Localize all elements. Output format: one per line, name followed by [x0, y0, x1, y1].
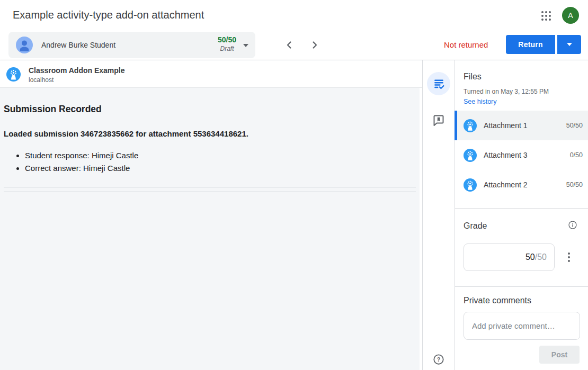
student-avatar-icon: [16, 37, 33, 53]
grading-page: { "header": { "title": "Example activity…: [0, 0, 588, 370]
attachment-row[interactable]: Attachment 1 50/50: [455, 111, 588, 140]
files-title: Files: [464, 72, 482, 82]
addon-logo-icon: [6, 67, 21, 82]
grade-info-button[interactable]: [568, 220, 577, 230]
attachment-list: Attachment 1 50/50 Attachment 3 0/50: [455, 111, 588, 200]
list-item: Correct answer: Himeji Castle: [25, 162, 416, 175]
grade-field[interactable]: /50: [464, 243, 555, 271]
grade-title: Grade: [464, 221, 487, 231]
attachment-score: 50/50: [566, 122, 583, 129]
student-score-block: 50/50 Draft: [218, 35, 236, 53]
submission-heading: Submission Recorded: [4, 104, 416, 115]
return-dropdown-button[interactable]: [557, 35, 581, 54]
attachment-row[interactable]: Attachment 2 50/50: [455, 170, 588, 200]
grade-menu-button[interactable]: [563, 251, 575, 264]
main-area: Classroom Addon Example localhost Submis…: [0, 60, 588, 370]
student-selector[interactable]: Andrew Burke Student 50/50 Draft: [8, 32, 255, 58]
next-student-button[interactable]: [308, 39, 321, 51]
addon-title: Classroom Addon Example: [29, 66, 125, 75]
selected-indicator-bar: [455, 111, 457, 140]
attachment-name: Attachment 3: [484, 151, 570, 159]
topbar: Example activity-type add-on attachment …: [0, 0, 588, 31]
content-divider: [4, 187, 416, 187]
see-history-link[interactable]: See history: [464, 98, 497, 105]
toolbar: Andrew Burke Student 50/50 Draft Not ret…: [0, 31, 588, 60]
addon-host: localhost: [29, 76, 54, 84]
submission-details-list: Student response: Himeji Castle Correct …: [4, 149, 416, 175]
post-button[interactable]: Post: [539, 346, 580, 364]
attachment-name: Attachment 1: [484, 121, 566, 130]
draft-status: Draft: [218, 45, 236, 53]
addon-header: Classroom Addon Example localhost: [0, 60, 422, 88]
private-comment-field[interactable]: [464, 312, 580, 340]
info-icon: [568, 220, 577, 230]
addon-logo-icon: [464, 149, 477, 162]
svg-text:?: ?: [437, 356, 440, 363]
more-vertical-icon: [568, 252, 570, 255]
return-button[interactable]: Return: [506, 35, 555, 54]
chevron-down-icon: [567, 43, 572, 49]
content-divider: [4, 192, 416, 192]
previous-student-button[interactable]: [283, 39, 296, 51]
grading-tool-button[interactable]: [427, 72, 450, 95]
attachment-score: 0/50: [570, 151, 583, 159]
comment-bank-button[interactable]: [432, 114, 445, 127]
list-item: Student response: Himeji Castle: [25, 149, 416, 162]
grade-input[interactable]: [523, 252, 535, 262]
avatar-letter: A: [568, 11, 573, 20]
grading-icon: [433, 78, 444, 89]
grade-denominator: /50: [535, 252, 547, 262]
chevron-down-icon: [243, 44, 248, 50]
addon-logo-icon: [464, 178, 477, 192]
addon-logo-icon: [464, 119, 477, 132]
chevron-right-icon: [308, 39, 321, 51]
help-button[interactable]: ?: [433, 354, 444, 365]
student-score: 50/50: [218, 35, 236, 45]
student-name: Andrew Burke Student: [41, 41, 115, 49]
chevron-left-icon: [283, 39, 296, 51]
submission-message: Loaded submission 346723835662 for attac…: [4, 129, 416, 138]
addon-body: Submission Recorded Loaded submission 34…: [4, 88, 416, 192]
addon-content: Classroom Addon Example localhost Submis…: [0, 60, 423, 370]
comment-bank-icon: [432, 114, 445, 127]
panel-divider: [455, 208, 588, 209]
attachment-score: 50/50: [566, 181, 583, 188]
grading-panel: Files Turned in on May 3, 12:55 PM See h…: [455, 60, 588, 370]
return-status: Not returned: [444, 40, 488, 49]
apps-grid-icon[interactable]: [541, 11, 551, 21]
attachment-name: Attachment 2: [484, 181, 566, 189]
private-comment-input[interactable]: [472, 321, 572, 330]
page-title: Example activity-type add-on attachment: [13, 9, 204, 21]
panel-divider: [455, 286, 588, 287]
tool-rail: ?: [423, 60, 455, 370]
attachment-row[interactable]: Attachment 3 0/50: [455, 140, 588, 170]
private-comments-title: Private comments: [464, 296, 531, 305]
account-avatar[interactable]: A: [562, 7, 579, 24]
help-icon: ?: [433, 354, 444, 365]
turned-in-status: Turned in on May 3, 12:55 PM: [464, 88, 549, 95]
